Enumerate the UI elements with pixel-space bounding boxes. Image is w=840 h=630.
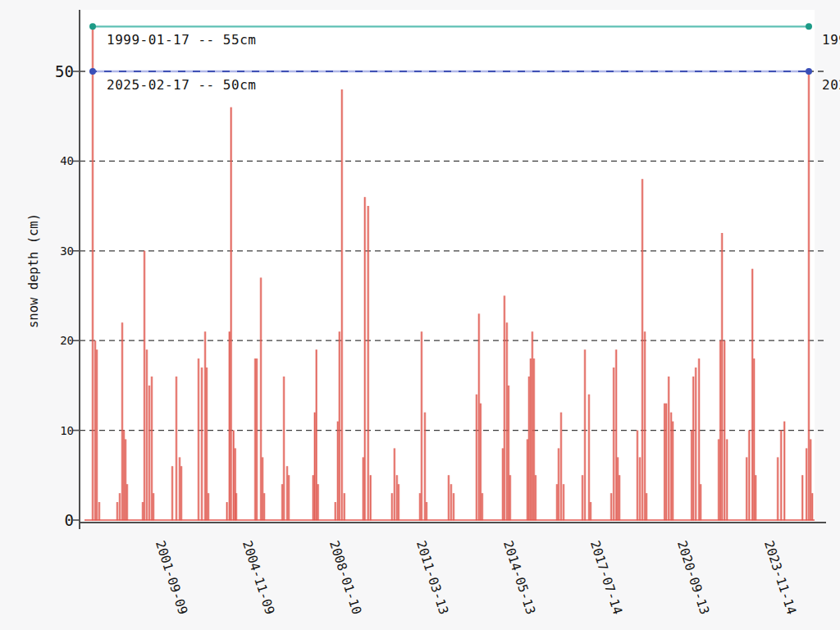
y-tick-label-10: 10 <box>0 424 74 437</box>
y-tick-label-20: 20 <box>0 334 74 347</box>
annotation-2025-50cm: 2025-02-17 -- 50cm <box>107 77 256 93</box>
ref-dot-50cm-right <box>806 68 812 75</box>
figure: { "figure": { "background": "#f7f7f8", "… <box>0 0 840 630</box>
annotation-2025-50cm-right: 2025-02-17 -- 50cm <box>822 77 840 93</box>
y-axis-label: snow depth (cm) <box>26 213 41 328</box>
annotation-1999-55cm-right: 1999-01-17 -- 55cm <box>822 32 840 48</box>
chart-svg <box>0 0 840 630</box>
ref-dot-50cm-left <box>89 68 96 75</box>
y-tick-label-0: 0 <box>0 511 74 529</box>
annotation-1999-55cm: 1999-01-17 -- 55cm <box>107 32 256 48</box>
y-tick-label-50: 50 <box>0 62 74 80</box>
ref-dot-55cm-right <box>806 23 812 30</box>
y-tick-label-40: 40 <box>0 154 74 167</box>
ref-dot-55cm-left <box>89 23 96 30</box>
